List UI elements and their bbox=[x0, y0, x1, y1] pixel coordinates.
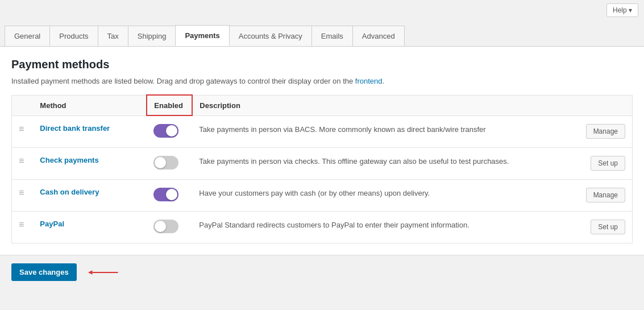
action-button-cash-on-delivery[interactable]: Manage bbox=[586, 188, 625, 202]
page-description: Installed payment methods are listed bel… bbox=[11, 77, 633, 85]
drag-handle-cell: ≡ bbox=[12, 115, 34, 148]
action-cell-paypal: Set up bbox=[579, 212, 633, 243]
toggle-knob-direct-bank bbox=[166, 125, 177, 137]
method-name-cell: PayPal bbox=[33, 212, 147, 243]
drag-handle-cell: ≡ bbox=[12, 148, 34, 180]
table-row: ≡ Check payments Take payments in person… bbox=[12, 148, 633, 180]
action-button-paypal[interactable]: Set up bbox=[591, 220, 625, 234]
tab-shipping[interactable]: Shipping bbox=[128, 26, 176, 46]
action-cell-check-payments: Set up bbox=[579, 148, 633, 180]
method-link-check-payments[interactable]: Check payments bbox=[40, 156, 98, 164]
drag-handle-cell: ≡ bbox=[12, 212, 34, 243]
method-link-cash-on-delivery[interactable]: Cash on delivery bbox=[40, 188, 99, 196]
drag-handle-icon[interactable]: ≡ bbox=[19, 156, 26, 166]
description-cell-direct-bank: Take payments in person via BACS. More c… bbox=[192, 115, 579, 148]
drag-handle-icon[interactable]: ≡ bbox=[19, 220, 26, 229]
method-name-cell: Direct bank transfer bbox=[33, 115, 147, 148]
description-cell-paypal: PayPal Standard redirects customers to P… bbox=[192, 212, 579, 243]
action-button-check-payments[interactable]: Set up bbox=[591, 156, 625, 171]
action-cell-cash-on-delivery: Manage bbox=[579, 180, 633, 212]
description-cell-check-payments: Take payments in person via checks. This… bbox=[192, 148, 579, 180]
method-name-cell: Check payments bbox=[33, 148, 147, 180]
svg-marker-1 bbox=[88, 270, 93, 275]
table-header-row: Method Enabled Description bbox=[12, 95, 633, 115]
action-button-direct-bank[interactable]: Manage bbox=[586, 124, 625, 139]
col-method: Method bbox=[33, 95, 147, 115]
col-description: Description bbox=[192, 95, 579, 115]
toggle-cash-on-delivery[interactable] bbox=[153, 188, 178, 201]
save-changes-button[interactable]: Save changes bbox=[11, 263, 77, 281]
tab-products[interactable]: Products bbox=[49, 26, 98, 46]
drag-handle-icon[interactable]: ≡ bbox=[19, 188, 26, 197]
action-cell-direct-bank: Manage bbox=[579, 115, 633, 148]
tab-payments[interactable]: Payments bbox=[175, 25, 229, 46]
tab-general[interactable]: General bbox=[5, 26, 50, 46]
help-button[interactable]: Help ▾ bbox=[606, 3, 638, 17]
toggle-cell-cash-on-delivery bbox=[147, 180, 192, 212]
description-cell-cash-on-delivery: Have your customers pay with cash (or by… bbox=[192, 180, 579, 212]
col-action bbox=[579, 95, 633, 115]
method-link-paypal[interactable]: PayPal bbox=[40, 220, 64, 228]
toggle-cell-direct-bank bbox=[147, 115, 192, 148]
toggle-paypal[interactable] bbox=[153, 220, 178, 233]
method-name-cell: Cash on delivery bbox=[33, 180, 147, 212]
drag-handle-icon[interactable]: ≡ bbox=[19, 124, 26, 134]
payment-methods-table: Method Enabled Description ≡ Direct bank… bbox=[11, 94, 633, 243]
toggle-knob-cash-on-delivery bbox=[166, 189, 177, 200]
content-area: Payment methods Installed payment method… bbox=[0, 47, 644, 255]
page-wrapper: Help ▾ General Products Tax Shipping Pay… bbox=[0, 0, 644, 310]
tab-tax[interactable]: Tax bbox=[98, 26, 128, 46]
tab-advanced[interactable]: Advanced bbox=[352, 26, 405, 46]
col-enabled: Enabled bbox=[147, 95, 192, 115]
toggle-cell-check-payments bbox=[147, 148, 192, 180]
toggle-cell-paypal bbox=[147, 212, 192, 243]
table-row: ≡ Direct bank transfer Take payments in … bbox=[12, 115, 633, 148]
table-row: ≡ Cash on delivery Have your customers p… bbox=[12, 180, 633, 212]
toggle-knob-check-payments bbox=[155, 157, 166, 168]
table-row: ≡ PayPal PayPal Standard redirects custo… bbox=[12, 212, 633, 243]
tab-emails[interactable]: Emails bbox=[311, 26, 353, 46]
tab-accounts-privacy[interactable]: Accounts & Privacy bbox=[229, 26, 312, 46]
toggle-check-payments[interactable] bbox=[153, 156, 178, 170]
toggle-direct-bank[interactable] bbox=[153, 124, 178, 138]
page-title: Payment methods bbox=[11, 58, 633, 71]
tabs-bar: General Products Tax Shipping Payments A… bbox=[0, 20, 644, 47]
toggle-knob-paypal bbox=[155, 221, 166, 232]
frontend-link[interactable]: frontend bbox=[355, 77, 383, 85]
col-drag bbox=[12, 95, 34, 115]
top-bar: Help ▾ bbox=[0, 0, 644, 20]
arrow-indicator bbox=[88, 267, 122, 278]
drag-handle-cell: ≡ bbox=[12, 180, 34, 212]
footer-bar: Save changes bbox=[0, 255, 644, 289]
method-link-direct-bank[interactable]: Direct bank transfer bbox=[40, 124, 110, 133]
